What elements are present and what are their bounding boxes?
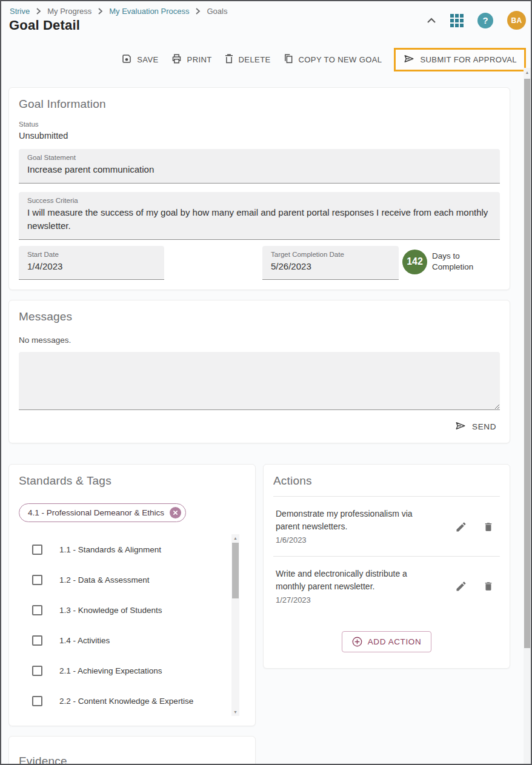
add-action-button[interactable]: ADD ACTION (342, 631, 432, 652)
delete-action-button[interactable] (483, 521, 494, 533)
delete-label: DELETE (239, 55, 271, 64)
goal-detail-window: Strive My Progress My Evaluation Process… (0, 0, 532, 765)
avatar[interactable]: BA (507, 11, 526, 30)
send-button[interactable]: SEND (454, 420, 496, 433)
checkbox-2-1[interactable] (32, 666, 42, 676)
send-row: SEND (19, 420, 500, 433)
evidence-card: Evidence (8, 736, 256, 765)
goal-information-card: Goal Information Status Unsubmitted Goal… (8, 87, 510, 290)
scroll-up-icon[interactable]: ▲ (231, 536, 239, 540)
standard-row: 2.2 - Content Knowledge & Expertise (19, 686, 245, 716)
action-icons (455, 521, 497, 533)
page-scrollbar-thumb[interactable] (524, 79, 530, 648)
save-button[interactable]: SAVE (121, 53, 158, 66)
no-messages-text: No messages. (19, 336, 500, 345)
print-label: PRINT (187, 55, 212, 64)
help-icon[interactable]: ? (477, 13, 493, 28)
messages-card: Messages No messages. SEND (8, 300, 510, 443)
goal-statement-label: Goal Statement (27, 154, 491, 161)
start-date-field[interactable]: Start Date 1/4/2023 (19, 246, 164, 280)
success-criteria-label: Success Criteria (27, 197, 491, 204)
scroll-up-icon[interactable]: ▲ (524, 70, 531, 75)
copy-label: COPY TO NEW GOAL (299, 55, 382, 64)
edit-action-button[interactable] (455, 580, 467, 592)
plus-circle-icon (352, 637, 362, 647)
header-icons: ? BA (427, 11, 526, 30)
standard-label: 1.1 - Standards & Alignment (59, 545, 161, 554)
print-icon (171, 53, 182, 66)
success-criteria-value: I will measure the success of my goal by… (27, 206, 491, 233)
print-button[interactable]: PRINT (171, 53, 212, 66)
message-input[interactable] (19, 352, 500, 410)
copy-to-new-goal-button[interactable]: COPY TO NEW GOAL (283, 53, 382, 66)
standard-label: 2.2 - Content Knowledge & Expertise (59, 697, 193, 706)
add-action-label: ADD ACTION (368, 637, 422, 646)
action-text-block: Demonstrate my professionalism via paren… (276, 508, 428, 546)
actions-title: Actions (273, 474, 500, 488)
chevron-right-icon (195, 8, 201, 15)
days-to-completion-label: Days to Completion (432, 251, 473, 273)
edit-action-button[interactable] (455, 521, 467, 533)
action-icons (455, 580, 497, 592)
remove-chip-icon[interactable] (170, 507, 181, 518)
delete-button[interactable]: DELETE (224, 53, 271, 66)
action-text: Write and electronically distribute a mo… (276, 568, 428, 593)
breadcrumb-my-evaluation-process[interactable]: My Evaluation Process (109, 7, 189, 16)
send-icon (403, 53, 415, 66)
add-action-row: ADD ACTION (273, 631, 500, 652)
delete-action-button[interactable] (483, 580, 494, 592)
checkbox-1-1[interactable] (32, 545, 42, 555)
checkbox-1-2[interactable] (32, 575, 42, 585)
goal-statement-field[interactable]: Goal Statement Increase parent communica… (19, 149, 500, 184)
send-icon (454, 420, 467, 433)
start-date-label: Start Date (27, 251, 156, 258)
messages-title: Messages (19, 310, 500, 323)
save-label: SAVE (137, 55, 158, 64)
page-scrollbar[interactable]: ▲ (524, 68, 531, 764)
dates-row: Start Date 1/4/2023 Target Completion Da… (19, 246, 500, 280)
checkbox-1-4[interactable] (32, 635, 42, 646)
start-date-value: 1/4/2023 (27, 260, 156, 274)
scroll-down-icon[interactable]: ▼ (231, 710, 239, 714)
standard-row: 1.1 - Standards & Alignment (19, 534, 245, 565)
evidence-title: Evidence (19, 755, 245, 765)
standards-list: 1.1 - Standards & Alignment 1.2 - Data &… (19, 534, 245, 716)
apps-grid-icon[interactable] (450, 14, 464, 27)
breadcrumb-goals: Goals (207, 7, 227, 16)
submit-for-approval-button[interactable]: SUBMIT FOR APPROVAL (403, 53, 517, 66)
action-date: 1/6/2023 (276, 534, 428, 546)
action-text: Demonstrate my professionalism via paren… (276, 508, 428, 533)
success-criteria-field[interactable]: Success Criteria I will measure the succ… (19, 192, 500, 240)
target-completion-date-field[interactable]: Target Completion Date 5/26/2023 (262, 246, 399, 280)
send-label: SEND (472, 422, 496, 431)
days-to-completion: 142 Days to Completion (402, 250, 473, 274)
checkbox-2-2[interactable] (32, 696, 42, 706)
status-value: Unsubmitted (19, 131, 500, 141)
target-completion-date-value: 5/26/2023 (271, 260, 390, 274)
breadcrumb-strive[interactable]: Strive (10, 7, 30, 16)
standard-row: 1.3 - Knowledge of Students (19, 595, 245, 625)
goal-information-title: Goal Information (19, 98, 500, 111)
standard-chip: 4.1 - Professional Demeanor & Ethics (19, 503, 186, 522)
save-icon (121, 53, 132, 66)
action-item: Demonstrate my professionalism via paren… (273, 497, 500, 556)
chevron-right-icon (36, 8, 41, 15)
standard-chip-label: 4.1 - Professional Demeanor & Ethics (28, 508, 164, 517)
list-scrollbar-thumb[interactable] (232, 543, 239, 598)
standard-row: 1.4 - Activities (19, 625, 245, 655)
status-label: Status (19, 121, 500, 128)
list-scrollbar[interactable]: ▲ ▼ (231, 534, 239, 716)
standard-row: 1.2 - Data & Assessment (19, 565, 245, 595)
chevron-up-icon[interactable] (427, 18, 436, 24)
action-text-block: Write and electronically distribute a mo… (276, 568, 428, 606)
standard-label: 1.2 - Data & Assessment (59, 575, 150, 585)
standard-row: 2.1 - Achieving Expectations (19, 655, 245, 686)
copy-icon (283, 53, 294, 66)
standards-tags-title: Standards & Tags (19, 474, 245, 488)
action-date: 1/27/2023 (276, 594, 428, 606)
days-to-completion-badge: 142 (402, 250, 427, 274)
standards-tags-card: Standards & Tags 4.1 - Professional Deme… (8, 464, 256, 726)
action-item: Write and electronically distribute a mo… (273, 557, 500, 616)
checkbox-1-3[interactable] (32, 605, 42, 615)
trash-icon (224, 53, 234, 66)
